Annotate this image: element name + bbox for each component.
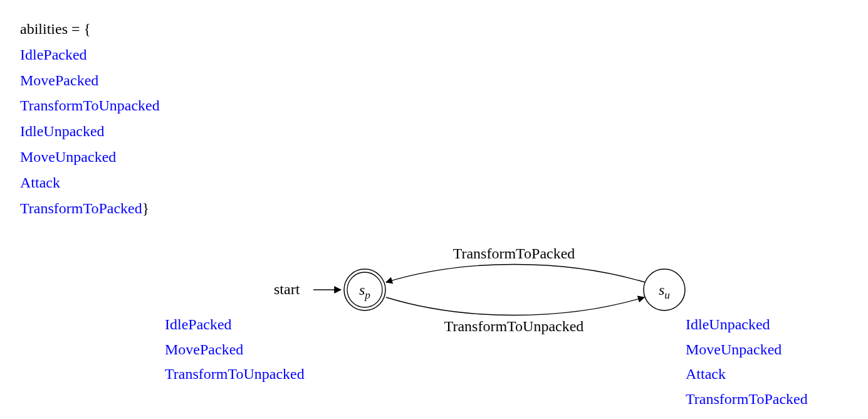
edge-bottom-label: TransformToUnpacked [444, 318, 584, 334]
packed-ability-item: MovePacked [165, 337, 305, 363]
state-sp-label: sp [359, 282, 370, 301]
packed-abilities-list: IdlePacked MovePacked TransformToUnpacke… [165, 312, 305, 387]
packed-ability-item: TransformToUnpacked [165, 362, 305, 387]
state-su-label: su [659, 282, 670, 301]
unpacked-ability-item: IdleUnpacked [686, 312, 808, 337]
unpacked-ability-item: MoveUnpacked [686, 337, 808, 363]
packed-ability-item: IdlePacked [165, 312, 305, 337]
edge-top-label: TransformToPacked [453, 245, 575, 262]
start-label: start [274, 281, 300, 297]
edge-transform-to-packed [386, 265, 645, 283]
unpacked-ability-item: Attack [686, 362, 808, 387]
unpacked-ability-item: TransformToPacked [686, 387, 808, 412]
edge-transform-to-unpacked [386, 297, 644, 316]
unpacked-abilities-list: IdleUnpacked MoveUnpacked Attack Transfo… [686, 312, 808, 411]
